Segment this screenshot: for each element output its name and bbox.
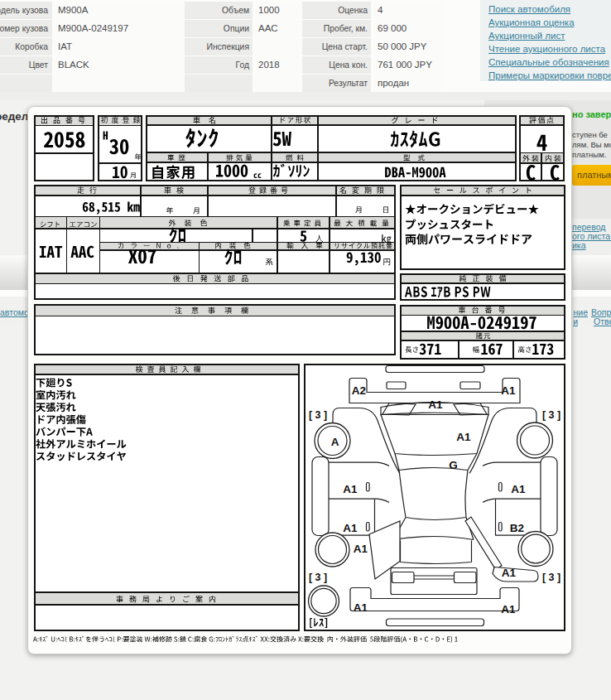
svg-text:A1: A1 [428, 398, 443, 410]
svg-text:A1: A1 [502, 567, 517, 579]
svg-text:A1: A1 [343, 482, 358, 495]
svg-text:G: G [449, 458, 458, 471]
svg-text:A1: A1 [511, 482, 526, 495]
svg-text:A1: A1 [354, 542, 368, 554]
svg-text:A1: A1 [343, 522, 358, 534]
svg-text:A1: A1 [456, 430, 471, 442]
svg-text:A1: A1 [501, 384, 516, 396]
svg-text:[ 3 ]: [ 3 ] [309, 572, 327, 583]
svg-text:A2: A2 [352, 384, 366, 396]
svg-text:A: A [331, 436, 339, 448]
svg-text:[ 3 ]: [ 3 ] [309, 409, 327, 421]
svg-text:A1: A1 [354, 601, 368, 614]
svg-text:B2: B2 [510, 522, 524, 534]
svg-text:[ 3 ]: [ 3 ] [542, 572, 560, 583]
svg-text:[ 3 ]: [ 3 ] [542, 409, 560, 421]
svg-text:A1: A1 [501, 603, 516, 616]
